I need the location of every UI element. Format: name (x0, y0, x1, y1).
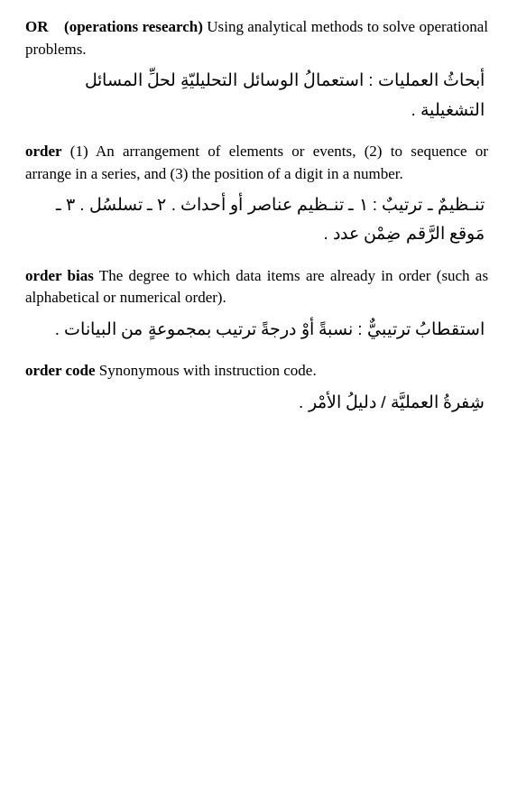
term-or-extra: (operations research) (64, 18, 203, 35)
entry-order-bias-text: order bias The degree to which data item… (25, 265, 488, 309)
term-or: OR (25, 18, 49, 35)
term-order-bias: order bias (25, 267, 94, 284)
arabic-order: تنـظيمٌ ـ ترتيبٌ : ١ ـ تنـظيم عناصر أو أ… (25, 190, 488, 249)
term-order: order (25, 143, 62, 160)
entry-order-bias: order bias The degree to which data item… (25, 265, 488, 345)
arabic-or: أبحاثُ العمليات : استعمالُ الوسائل التحل… (25, 66, 488, 125)
definition-order: (1) An arrangement of elements or events… (25, 143, 488, 182)
arabic-order-bias: استقطابُ ترتيبيٌّ : نسبةً أوْ درجةً ترتي… (25, 315, 488, 344)
entry-or: OR (operations research) Using analytica… (25, 16, 488, 125)
definition-order-code: Synonymous with instruction code. (99, 362, 317, 379)
term-order-code: order code (25, 362, 96, 379)
arabic-order-code: شِفرةُ العمليَّة / دليلُ الأمْر . (25, 388, 488, 417)
entry-order-code-text: order code Synonymous with instruction c… (25, 360, 488, 383)
entry-or-text: OR (operations research) Using analytica… (25, 16, 488, 60)
entry-order-code: order code Synonymous with instruction c… (25, 360, 488, 417)
entry-order-text: order (1) An arrangement of elements or … (25, 141, 488, 185)
definition-order-bias: The degree to which data items are alrea… (25, 267, 488, 307)
entry-order: order (1) An arrangement of elements or … (25, 141, 488, 249)
